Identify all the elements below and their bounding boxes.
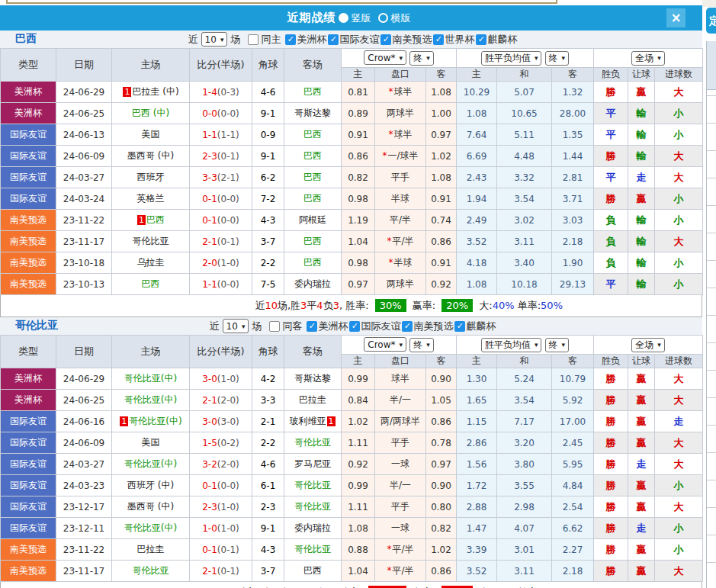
corners-cell: 4-6: [252, 82, 284, 103]
home-team-cell: 墨西哥 (中): [112, 146, 190, 167]
competition-cell: 美洲杯: [1, 368, 56, 390]
handicap-home-odds-cell: 1.04: [342, 561, 375, 582]
checkbox-checked-icon[interactable]: ✓: [476, 34, 486, 45]
scope-select[interactable]: 全场▾: [631, 51, 665, 66]
handicap-result-cell: 贏: [628, 188, 655, 210]
corners-cell: 2-3: [252, 496, 284, 518]
chevron-down-icon: ▾: [657, 54, 661, 62]
sub-result: 胜负: [594, 68, 628, 82]
handicap-result-cell: 輸: [628, 124, 655, 146]
handicap-line-cell: 球半: [375, 368, 426, 390]
horizontal-layout-label[interactable]: 横版: [391, 11, 411, 25]
screen: 近期战绩 竖版 横版 × 巴西 近 10▾ 场 同主 ✓美洲杯✓国际友谊✓南美预…: [0, 0, 716, 588]
radio-unselected-icon[interactable]: [378, 13, 388, 23]
checkbox-checked-icon[interactable]: ✓: [307, 321, 317, 332]
handicap-result-cell: 輸: [628, 274, 655, 295]
handicap-line-cell: 平手: [375, 432, 426, 454]
win-lose-result-cell: 負: [594, 252, 628, 274]
handicap-away-odds-cell: 0.82: [426, 518, 457, 539]
odds-mode-select[interactable]: 胜平负均值▾: [481, 51, 542, 66]
period-select[interactable]: 终▾: [545, 338, 570, 352]
checkbox-checked-icon[interactable]: ✓: [402, 321, 413, 332]
col-home: 主场: [112, 49, 190, 82]
col-home: 主场: [112, 336, 190, 368]
score-cell: 3-0(3-0): [190, 411, 252, 432]
scope-select[interactable]: 全场▾: [631, 338, 665, 352]
close-icon[interactable]: ×: [666, 8, 685, 27]
competition-cell: 美洲杯: [1, 390, 56, 411]
away-win-odds-cell: 6.62: [552, 518, 594, 539]
away-win-odds-cell: 2.45: [552, 432, 594, 454]
period-select[interactable]: 终▾: [409, 338, 434, 352]
competition-cell: 南美预选: [1, 561, 56, 582]
handicap-result-cell: 贏: [628, 390, 655, 411]
competition-filters: ✓美洲杯✓国际友谊✓南美预选✓麒麟杯: [305, 320, 496, 333]
date-cell: 24-06-13: [56, 124, 112, 146]
away-win-odds-cell: 2.54: [552, 496, 594, 518]
home-team-cell: 1巴西: [112, 210, 190, 231]
home-team-cell: 哥伦比亚(中): [112, 518, 190, 539]
home-team-cell: 哥伦比亚(中): [112, 390, 190, 411]
vertical-layout-label[interactable]: 竖版: [352, 11, 371, 25]
same-venue-checkbox[interactable]: [248, 34, 258, 45]
corners-cell: 2-2: [252, 432, 284, 454]
score-cell: 2-1(0-1): [190, 231, 252, 252]
away-win-odds-cell: 2.18: [552, 231, 594, 252]
win-lose-result-cell: 勝: [594, 561, 628, 582]
win-lose-result-cell: 勝: [594, 432, 628, 454]
handicap-home-odds-cell: 0.88: [342, 539, 375, 561]
competition-cell: 国际友谊: [1, 167, 56, 188]
date-cell: 23-11-22: [56, 210, 112, 231]
handicap-result-cell: 贏: [628, 475, 655, 496]
home-win-odds-cell: 6.69: [457, 146, 497, 167]
handicap-away-odds-cell: 0.90: [426, 475, 457, 496]
draw-odds-cell: 3.55: [497, 475, 552, 496]
rank-badge: 1: [120, 416, 128, 426]
radio-selected-icon[interactable]: [339, 13, 348, 23]
draw-odds-cell: 10.18: [497, 274, 552, 295]
score-cell: 0-0(0-0): [190, 103, 252, 124]
col-type: 类型: [1, 336, 56, 368]
bookmaker-select[interactable]: Crow*▾: [364, 50, 406, 65]
checkbox-checked-icon[interactable]: ✓: [349, 321, 360, 332]
competition-filters: ✓美洲杯✓国际友谊✓南美预选✓世界杯✓麒麟杯: [284, 33, 517, 47]
home-win-odds-cell: 1.72: [457, 475, 497, 496]
same-venue-checkbox[interactable]: [269, 321, 280, 332]
checkbox-checked-icon[interactable]: ✓: [328, 34, 339, 45]
goals-over-under-cell: 小: [655, 252, 703, 274]
handicap-away-odds-cell: 1.00: [426, 103, 457, 124]
checkbox-checked-icon[interactable]: ✓: [380, 34, 391, 45]
match-count-select[interactable]: 10▾: [223, 319, 249, 333]
rank-badge: 1: [327, 416, 336, 426]
corners-cell: 4-2: [252, 368, 284, 390]
checkbox-checked-icon[interactable]: ✓: [285, 34, 296, 45]
handicap-home-odds-cell: 1.19: [342, 210, 375, 231]
score-cell: 1-0(1-0): [190, 518, 252, 539]
away-team-cell: 罗马尼亚: [284, 454, 342, 475]
handicap-result-cell: 贏: [628, 561, 655, 582]
handicap-group-header: Crow*▾ 终▾: [342, 336, 457, 355]
corners-cell: 2-2: [252, 252, 284, 274]
filters-group: 近 10▾ 场 同客 ✓美洲杯✓国际友谊✓南美预选✓麒麟杯: [207, 319, 496, 333]
handicap-home-odds-cell: 0.81: [342, 82, 375, 103]
summary-text: 场,胜: [278, 300, 300, 311]
odds-mode-select[interactable]: 胜平负均值▾: [481, 338, 542, 352]
competition-cell: 美洲杯: [1, 82, 56, 103]
period-select[interactable]: 终▾: [545, 51, 570, 66]
chevron-down-icon: ▾: [220, 36, 224, 43]
checkbox-checked-icon[interactable]: ✓: [433, 34, 444, 45]
match-count-select[interactable]: 10▾: [201, 32, 228, 47]
period-select[interactable]: 终▾: [409, 51, 434, 66]
bookmaker-select[interactable]: Crow*▾: [364, 337, 406, 352]
home-team-cell: 乌拉圭: [112, 252, 190, 274]
home-win-odds-cell: 10.29: [457, 82, 497, 103]
checkbox-checked-icon[interactable]: ✓: [454, 321, 465, 332]
corners-cell: 7-5: [252, 274, 284, 295]
away-win-odds-cell: 1.44: [552, 146, 594, 167]
handicap-away-odds-cell: 0.91: [426, 188, 457, 210]
match-row: 国际友谊24-06-09美国1-5(0-2)2-2哥伦比亚1.11平手0.782…: [1, 432, 703, 454]
date-cell: 23-11-22: [56, 539, 112, 561]
handicap-line-cell: 平手: [375, 496, 426, 518]
side-panel-button[interactable]: 定: [706, 8, 716, 34]
col-date: 日期: [56, 49, 112, 82]
